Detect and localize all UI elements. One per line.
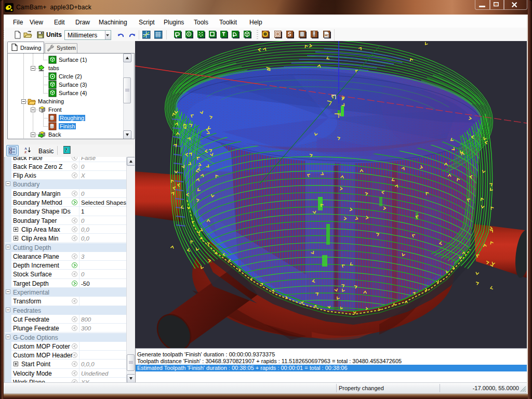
svg-text:?: ? xyxy=(65,147,68,153)
svg-text:MC: MC xyxy=(325,34,329,37)
svg-text:Z: Z xyxy=(24,150,27,154)
svg-text:+: + xyxy=(10,148,11,151)
svg-text:+: + xyxy=(10,151,11,154)
